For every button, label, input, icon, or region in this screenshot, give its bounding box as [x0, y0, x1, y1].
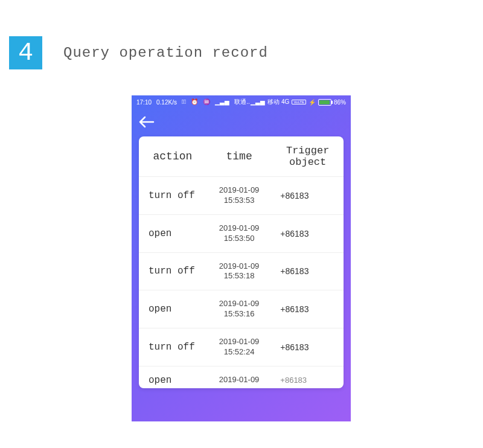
signal-icon-2: ▁▃▅ — [251, 99, 265, 105]
cell-action: turn off — [139, 190, 206, 201]
charging-icon: ⚡ — [309, 99, 316, 106]
status-right: ▁▃▅ 移动 4G VoLTE ⚡ 86% — [251, 98, 346, 106]
table-row: turn off 2019-01-0915:53:53 +86183 — [139, 176, 344, 214]
battery-icon — [318, 99, 331, 106]
table-row: turn off 2019-01-0915:52:24 +86183 — [139, 328, 344, 366]
cell-action: open — [139, 228, 206, 239]
wifi-icon: ♒ — [203, 99, 210, 105]
clock: 17:10 — [136, 99, 152, 106]
step-title: Query operation record — [63, 45, 268, 61]
col-header-trigger: Trigger object — [272, 145, 344, 168]
col-header-action: action — [139, 150, 206, 162]
carrier-2: 移动 4G — [267, 98, 289, 106]
alarm-icon: ⏰ — [191, 99, 198, 105]
carrier-1: 联通.. — [234, 98, 250, 106]
cell-time: 2019-01-0915:53:53 — [206, 185, 272, 206]
step-number-badge: 4 — [9, 36, 42, 69]
table-row: open 2019-01-0915:53:16 +86183 — [139, 290, 344, 328]
cell-action: open — [139, 375, 206, 386]
cell-trigger: +86183 — [272, 304, 344, 314]
col-header-time: time — [206, 150, 272, 162]
status-left: 17:10 0.12K/s ✕⃝ ⏰ ♒ ▁▃▅ 联通.. — [136, 98, 250, 106]
cell-action: turn off — [139, 266, 206, 277]
table-header: action time Trigger object — [139, 136, 344, 176]
phone-screenshot: 17:10 0.12K/s ✕⃝ ⏰ ♒ ▁▃▅ 联通.. ▁▃▅ 移动 4G … — [132, 95, 351, 421]
cell-action: turn off — [139, 342, 206, 353]
battery-percent: 86% — [334, 99, 346, 106]
arrow-left-icon — [139, 116, 155, 128]
volte-badge: VoLTE — [292, 100, 306, 104]
table-row: open 2019-01-09 +86183 — [139, 366, 344, 388]
cell-time: 2019-01-09 — [206, 375, 272, 385]
net-speed: 0.12K/s — [156, 99, 177, 106]
table-row: open 2019-01-0915:53:50 +86183 — [139, 214, 344, 252]
cell-trigger: +86183 — [272, 376, 344, 385]
cell-trigger: +86183 — [272, 266, 344, 276]
signal-icon-1: ▁▃▅ — [215, 99, 229, 105]
cell-time: 2019-01-0915:53:18 — [206, 261, 272, 282]
cell-trigger: +86183 — [272, 191, 344, 200]
cell-trigger: +86183 — [272, 342, 344, 352]
step-header: 4 Query operation record — [0, 0, 483, 69]
cell-action: open — [139, 304, 206, 315]
table-row: turn off 2019-01-0915:53:18 +86183 — [139, 252, 344, 290]
cell-time: 2019-01-0915:52:24 — [206, 337, 272, 357]
cell-trigger: +86183 — [272, 229, 344, 238]
cell-time: 2019-01-0915:53:16 — [206, 299, 272, 319]
nav-bar — [132, 109, 351, 136]
cell-time: 2019-01-0915:53:50 — [206, 223, 272, 244]
back-button[interactable] — [139, 115, 155, 130]
mute-icon: ✕⃝ — [182, 99, 186, 105]
operation-record-table: action time Trigger object turn off 2019… — [139, 136, 344, 388]
status-bar: 17:10 0.12K/s ✕⃝ ⏰ ♒ ▁▃▅ 联通.. ▁▃▅ 移动 4G … — [132, 95, 351, 109]
